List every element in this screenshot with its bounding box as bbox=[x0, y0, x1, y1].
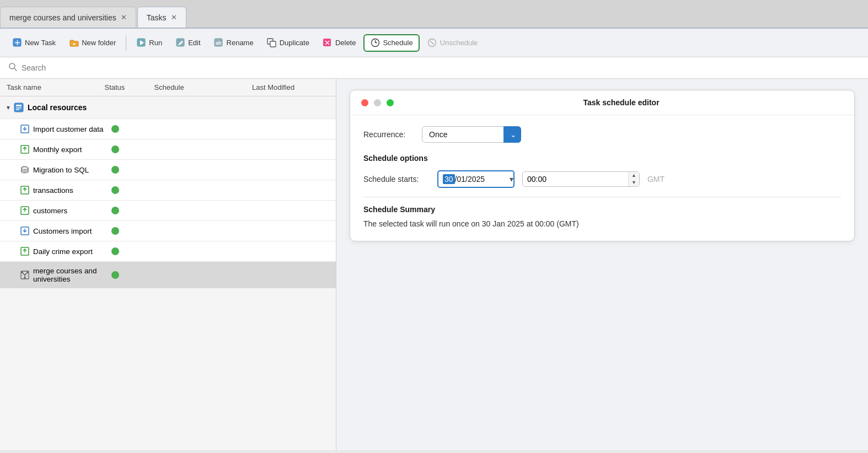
date-dropdown-btn[interactable]: ▾ bbox=[510, 175, 513, 184]
unschedule-button[interactable]: Unschedule bbox=[422, 35, 484, 51]
date-rest: /01/2025 bbox=[455, 175, 485, 184]
rename-button[interactable]: ab Rename bbox=[208, 35, 259, 51]
tab-merge[interactable]: merge courses and universities ✕ bbox=[0, 7, 136, 28]
duplicate-button[interactable]: Duplicate bbox=[261, 35, 315, 51]
schedule-options-section: Schedule options Schedule starts: 30/01/… bbox=[363, 154, 841, 188]
delete-button[interactable]: Delete bbox=[317, 35, 362, 51]
status-indicator bbox=[111, 125, 119, 133]
status-indicator bbox=[111, 227, 119, 235]
summary-title: Schedule Summary bbox=[363, 205, 841, 214]
sep1 bbox=[126, 35, 126, 51]
status-indicator bbox=[111, 186, 119, 194]
export-icon bbox=[20, 246, 30, 256]
task-name: Migration to SQL bbox=[33, 166, 89, 174]
svg-point-44 bbox=[27, 272, 29, 273]
editor-title-bar: Task schedule editor bbox=[350, 90, 854, 115]
task-name: Customers import bbox=[33, 227, 92, 235]
tab-merge-close[interactable]: ✕ bbox=[121, 13, 127, 21]
svg-point-43 bbox=[22, 272, 23, 273]
import-icon bbox=[20, 226, 30, 236]
unschedule-icon bbox=[427, 38, 437, 48]
merge-icon bbox=[20, 270, 30, 280]
status-indicator bbox=[111, 166, 119, 174]
window-maximize-btn[interactable] bbox=[387, 99, 394, 106]
table-row[interactable]: merge courses and universities bbox=[0, 262, 336, 288]
group-name: Local resources bbox=[28, 103, 87, 112]
window-minimize-btn[interactable] bbox=[374, 99, 381, 106]
group-local-resources[interactable]: ▾ Local resources bbox=[0, 96, 336, 119]
status-indicator bbox=[111, 145, 119, 153]
duplicate-icon bbox=[267, 38, 277, 48]
col-task-name: Task name bbox=[7, 83, 105, 91]
editor-card: Task schedule editor Recurrence: Once Ho… bbox=[350, 90, 855, 241]
editor-panel: Task schedule editor Recurrence: Once Ho… bbox=[336, 79, 868, 450]
status-indicator bbox=[111, 271, 119, 279]
new-task-button[interactable]: New Task bbox=[7, 35, 61, 51]
delete-icon bbox=[323, 38, 333, 48]
group-icon bbox=[13, 102, 24, 113]
time-decrement-btn[interactable]: ▼ bbox=[629, 179, 639, 186]
task-name: Import customer data bbox=[33, 125, 104, 133]
run-button[interactable]: Run bbox=[131, 35, 168, 51]
svg-line-19 bbox=[430, 41, 434, 45]
status-indicator bbox=[111, 247, 119, 255]
divider bbox=[363, 197, 841, 197]
starts-row: Schedule starts: 30/01/2025 ▾ ▲ ▼ bbox=[363, 170, 841, 188]
task-table: Task name Status Schedule Last Modified … bbox=[0, 79, 336, 450]
new-task-icon bbox=[12, 38, 22, 48]
rename-label: Rename bbox=[227, 39, 254, 47]
table-row[interactable]: transactions bbox=[0, 180, 336, 201]
summary-section: Schedule Summary The selected task will … bbox=[363, 205, 841, 230]
editor-title: Task schedule editor bbox=[399, 98, 843, 107]
date-input-wrapper: 30/01/2025 ▾ bbox=[437, 170, 515, 188]
recurrence-label: Recurrence: bbox=[363, 130, 413, 139]
table-row[interactable]: Migration to SQL bbox=[0, 160, 336, 180]
summary-text: The selected task will run once on 30 Ja… bbox=[363, 218, 841, 230]
svg-line-21 bbox=[14, 68, 17, 71]
table-row[interactable]: Import customer data bbox=[0, 119, 336, 139]
duplicate-label: Duplicate bbox=[280, 39, 309, 47]
time-increment-btn[interactable]: ▲ bbox=[629, 172, 639, 179]
svg-rect-25 bbox=[16, 109, 19, 110]
tab-tasks-close[interactable]: ✕ bbox=[171, 13, 177, 21]
window-close-btn[interactable] bbox=[361, 99, 368, 106]
edit-label: Edit bbox=[188, 39, 200, 47]
recurrence-row: Recurrence: Once Hourly Daily Weekly Mon… bbox=[363, 126, 841, 143]
tab-bar: merge courses and universities ✕ Tasks ✕ bbox=[0, 0, 868, 29]
new-folder-button[interactable]: New folder bbox=[63, 35, 121, 51]
task-name: Daily crime export bbox=[33, 247, 93, 256]
svg-rect-23 bbox=[16, 105, 22, 106]
date-day: 30 bbox=[443, 174, 455, 184]
table-row[interactable]: Daily crime export bbox=[0, 241, 336, 262]
timezone-label: GMT bbox=[647, 175, 665, 184]
task-name: Monthly export bbox=[33, 145, 82, 154]
editor-body: Recurrence: Once Hourly Daily Weekly Mon… bbox=[350, 115, 854, 241]
db-icon bbox=[20, 165, 30, 175]
recurrence-select-wrapper: Once Hourly Daily Weekly Monthly Yearly … bbox=[422, 126, 521, 143]
recurrence-select[interactable]: Once Hourly Daily Weekly Monthly Yearly bbox=[422, 126, 521, 143]
table-row[interactable]: Monthly export bbox=[0, 139, 336, 160]
export-icon bbox=[20, 206, 30, 215]
tab-tasks[interactable]: Tasks ✕ bbox=[137, 7, 186, 28]
search-input[interactable] bbox=[22, 63, 859, 72]
time-input-wrapper: ▲ ▼ bbox=[522, 171, 640, 187]
search-icon bbox=[9, 63, 17, 73]
edit-button[interactable]: Edit bbox=[170, 35, 206, 51]
table-row[interactable]: Customers import bbox=[0, 221, 336, 241]
schedule-button[interactable]: Schedule bbox=[363, 34, 419, 52]
new-task-label: New Task bbox=[25, 39, 56, 47]
import-icon bbox=[20, 124, 30, 134]
tab-tasks-label: Tasks bbox=[147, 13, 167, 22]
main-content: Task name Status Schedule Last Modified … bbox=[0, 79, 868, 450]
svg-point-30 bbox=[22, 167, 28, 170]
edit-icon bbox=[175, 38, 185, 48]
col-schedule: Schedule bbox=[154, 83, 253, 91]
task-name: customers bbox=[33, 207, 67, 215]
unschedule-label: Unschedule bbox=[440, 39, 478, 47]
date-input[interactable]: 30/01/2025 bbox=[437, 170, 515, 188]
chevron-down-icon: ▾ bbox=[7, 104, 10, 111]
table-row[interactable]: customers bbox=[0, 201, 336, 221]
time-input[interactable] bbox=[523, 172, 628, 186]
table-body: ▾ Local resources bbox=[0, 96, 336, 450]
svg-text:ab: ab bbox=[216, 40, 222, 46]
